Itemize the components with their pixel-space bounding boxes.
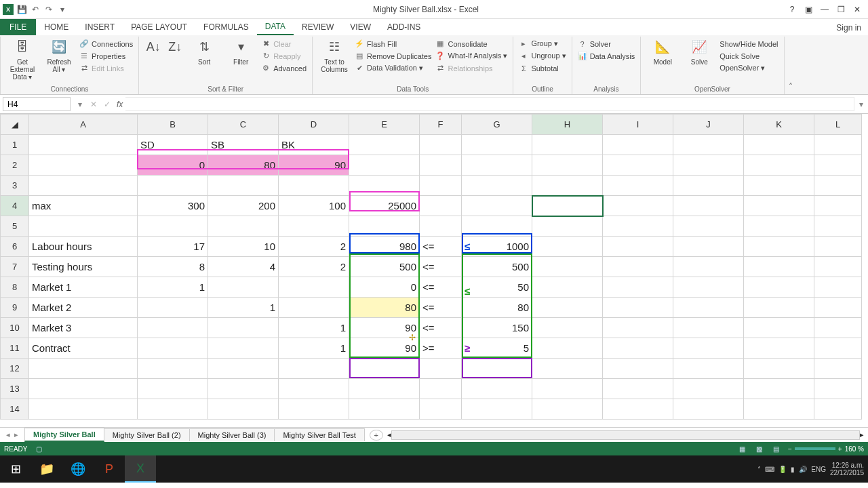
row-1[interactable]: 1 bbox=[1, 135, 29, 155]
row-6[interactable]: 6 bbox=[1, 237, 29, 257]
row-3[interactable]: 3 bbox=[1, 176, 29, 196]
cell-A4[interactable]: max bbox=[29, 196, 138, 216]
excel-button[interactable]: X bbox=[125, 455, 156, 483]
col-J[interactable]: J bbox=[673, 115, 744, 135]
opensolver-menu-button[interactable]: OpenSolver ▾ bbox=[719, 62, 778, 74]
solver-button[interactable]: ?Solver bbox=[578, 38, 635, 49]
cell-A7[interactable]: Testing hours bbox=[29, 257, 138, 277]
cell-E8[interactable]: 0 bbox=[349, 277, 420, 298]
cell-D1[interactable]: BK bbox=[279, 135, 349, 155]
cell-F11[interactable]: >= bbox=[420, 338, 462, 359]
col-B[interactable]: B bbox=[138, 115, 208, 135]
cell-H4[interactable] bbox=[532, 196, 603, 216]
col-C[interactable]: C bbox=[208, 115, 279, 135]
zoom-out-icon[interactable]: − bbox=[788, 445, 792, 453]
cell-C7[interactable]: 4 bbox=[208, 257, 279, 277]
zoom-control[interactable]: − + 160 % bbox=[788, 445, 864, 453]
tab-review[interactable]: REVIEW bbox=[294, 19, 342, 35]
close-icon[interactable]: ✕ bbox=[850, 3, 864, 16]
cell-B8[interactable]: 1 bbox=[138, 277, 208, 298]
remove-duplicates-button[interactable]: ▤Remove Duplicates bbox=[355, 50, 431, 62]
cell-B2[interactable]: 0 bbox=[138, 155, 208, 176]
cell-A8[interactable]: Market 1 bbox=[29, 277, 138, 298]
cell-B4[interactable]: 300 bbox=[138, 196, 208, 216]
tab-data[interactable]: DATA bbox=[257, 19, 294, 35]
battery-icon[interactable]: 🔋 bbox=[778, 466, 787, 473]
cell-G6[interactable]: ≤1000 bbox=[462, 237, 532, 257]
edit-links-button[interactable]: ⇄Edit Links bbox=[79, 62, 133, 74]
cell-F9[interactable]: <= bbox=[420, 298, 462, 318]
zoom-slider[interactable] bbox=[795, 447, 835, 450]
view-layout-icon[interactable]: ▩ bbox=[754, 445, 764, 453]
connections-button[interactable]: 🔗Connections bbox=[79, 38, 133, 49]
undo-icon[interactable]: ↶ bbox=[30, 4, 41, 15]
row-9[interactable]: 9 bbox=[1, 298, 29, 318]
text-to-columns-button[interactable]: ☷Text to Columns bbox=[318, 38, 351, 73]
opensolver-solve-button[interactable]: 📈Solve bbox=[683, 38, 715, 66]
advanced-button[interactable]: ⚙Advanced bbox=[261, 62, 307, 74]
col-K[interactable]: K bbox=[744, 115, 814, 135]
cell-B1[interactable]: SD bbox=[138, 135, 208, 155]
consolidate-button[interactable]: ▦Consolidate bbox=[435, 38, 507, 49]
customize-qat-icon[interactable]: ▾ bbox=[57, 4, 68, 15]
zoom-in-icon[interactable]: + bbox=[838, 445, 842, 453]
tab-addins[interactable]: ADD-INS bbox=[379, 19, 429, 35]
sheet-tab-2[interactable]: Mighty Silver Ball (2) bbox=[104, 428, 190, 441]
new-sheet-button[interactable]: + bbox=[370, 430, 383, 441]
cell-F8[interactable]: <= bbox=[420, 277, 462, 298]
system-tray[interactable]: ˄ ⌨ 🔋 ▮ 🔊 ENG 12:26 a.m.22/12/2015 bbox=[757, 462, 868, 476]
refresh-all-button[interactable]: 🔄Refresh All ▾ bbox=[43, 38, 75, 73]
properties-button[interactable]: ☰Properties bbox=[79, 50, 133, 62]
get-external-data-button[interactable]: 🗄Get External Data ▾ bbox=[6, 38, 39, 81]
subtotal-button[interactable]: ΣSubtotal bbox=[519, 62, 566, 74]
cell-E11[interactable]: 90 bbox=[349, 338, 420, 359]
redo-icon[interactable]: ↷ bbox=[43, 4, 54, 15]
sheet-tab-1[interactable]: Mighty Silver Ball bbox=[24, 428, 104, 442]
clear-button[interactable]: ✖Clear bbox=[261, 38, 307, 49]
col-A[interactable]: A bbox=[29, 115, 138, 135]
name-box[interactable] bbox=[3, 97, 71, 111]
cell-E6[interactable]: 980 bbox=[349, 237, 420, 257]
row-5[interactable]: 5 bbox=[1, 216, 29, 237]
cell-C1[interactable]: SB bbox=[208, 135, 279, 155]
formula-input[interactable] bbox=[125, 97, 854, 111]
help-icon[interactable]: ? bbox=[785, 3, 799, 16]
chrome-button[interactable]: 🌐 bbox=[62, 455, 94, 483]
row-10[interactable]: 10 bbox=[1, 318, 29, 338]
cell-G9[interactable]: 80 bbox=[462, 298, 532, 318]
tray-up-icon[interactable]: ˄ bbox=[757, 466, 761, 473]
sort-asc-button[interactable]: A↓ bbox=[144, 38, 162, 58]
namebox-dropdown-icon[interactable]: ▾ bbox=[73, 100, 87, 109]
tab-insert[interactable]: INSERT bbox=[77, 19, 123, 35]
cell-F10[interactable]: <= bbox=[420, 318, 462, 338]
volume-icon[interactable]: 🔊 bbox=[799, 466, 807, 473]
cell-F7[interactable]: <= bbox=[420, 257, 462, 277]
horizontal-scrollbar[interactable]: ◂▸ bbox=[383, 430, 868, 440]
zoom-level[interactable]: 160 % bbox=[845, 445, 864, 453]
expand-formula-icon[interactable]: ▾ bbox=[854, 100, 868, 109]
row-4[interactable]: 4 bbox=[1, 196, 29, 216]
relationships-button[interactable]: ⇄Relationships bbox=[435, 62, 507, 74]
sheet-tab-4[interactable]: Mighty Silver Ball Test bbox=[274, 428, 364, 441]
cell-C4[interactable]: 200 bbox=[208, 196, 279, 216]
cell-D11[interactable]: 1 bbox=[279, 338, 349, 359]
enter-icon[interactable]: ✓ bbox=[100, 100, 114, 109]
collapse-ribbon-button[interactable]: ˄ bbox=[785, 37, 797, 94]
save-icon[interactable]: 💾 bbox=[16, 4, 27, 15]
cell-E7[interactable]: 500 bbox=[349, 257, 420, 277]
row-13[interactable]: 13 bbox=[1, 379, 29, 399]
cell-A6[interactable]: Labour hours bbox=[29, 237, 138, 257]
cell-G10[interactable]: 150 bbox=[462, 318, 532, 338]
whatif-button[interactable]: ❓What-If Analysis ▾ bbox=[435, 50, 507, 62]
tab-view[interactable]: VIEW bbox=[342, 19, 379, 35]
cell-E4[interactable]: max25000 bbox=[349, 196, 420, 216]
sheet-tab-3[interactable]: Mighty Silver Ball (3) bbox=[189, 428, 275, 441]
powerpoint-button[interactable]: P bbox=[94, 455, 125, 483]
fx-icon[interactable]: fx bbox=[114, 100, 125, 109]
cell-D4[interactable]: 100 bbox=[279, 196, 349, 216]
tab-formulas[interactable]: FORMULAS bbox=[195, 19, 257, 35]
row-2[interactable]: 2 bbox=[1, 155, 29, 176]
sort-button[interactable]: ⇅Sort bbox=[188, 38, 220, 66]
tab-home[interactable]: HOME bbox=[36, 19, 77, 35]
col-F[interactable]: F bbox=[420, 115, 462, 135]
